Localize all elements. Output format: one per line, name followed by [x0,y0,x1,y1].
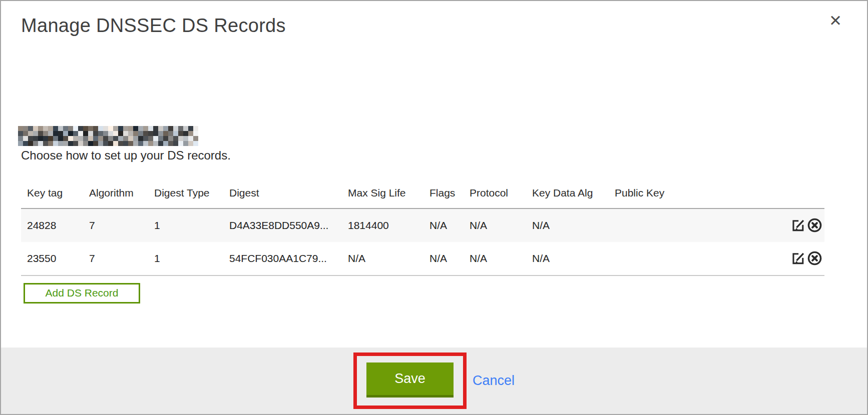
cancel-link[interactable]: Cancel [473,373,515,388]
annotation-highlight-box: Save [353,352,467,409]
cell-digest-type: 1 [148,208,223,242]
cell-public-key [609,242,781,276]
table-row: 23550 7 1 54FCF030AA1C79... N/A N/A N/A … [21,242,824,276]
edit-icon [790,227,806,234]
column-header-max-sig-life: Max Sig Life [342,163,423,208]
cell-digest-type: 1 [148,242,223,276]
add-ds-record-button[interactable]: Add DS Record [24,283,140,304]
cell-actions [781,242,824,276]
cell-protocol: N/A [464,208,526,242]
add-ds-record-label: Add DS Record [46,287,119,299]
delete-record-button[interactable] [807,250,822,266]
cell-public-key [609,208,781,242]
manage-dnssec-ds-records-dialog: Manage DNSSEC DS Records ✕ Choose how to… [0,0,868,415]
cell-max-sig-life: 1814400 [342,208,423,242]
column-header-digest: Digest [223,163,342,208]
edit-icon [790,260,806,268]
cell-digest: D4A33E8DD550A9... [223,208,342,242]
column-header-key-tag: Key tag [21,163,83,208]
cell-algorithm: 7 [83,242,148,276]
ds-records-table: Key tag Algorithm Digest Type Digest Max… [21,163,824,276]
column-header-actions [781,163,824,208]
redacted-domain [18,126,198,146]
save-button[interactable]: Save [366,362,454,398]
delete-icon [807,227,822,234]
page-title: Manage DNSSEC DS Records [1,1,867,37]
footer-bar: Save Cancel [1,348,867,414]
table-row: 24828 7 1 D4A33E8DD550A9... 1814400 N/A … [21,208,824,242]
delete-icon [807,260,822,268]
column-header-public-key: Public Key [609,163,781,208]
column-header-digest-type: Digest Type [148,163,223,208]
cell-algorithm: 7 [83,208,148,242]
table-header-row: Key tag Algorithm Digest Type Digest Max… [21,163,824,208]
column-header-key-data-alg: Key Data Alg [526,163,609,208]
edit-record-button[interactable] [790,250,806,266]
edit-record-button[interactable] [790,218,806,233]
dialog-content: Choose how to set up your DS records. Ke… [1,126,867,304]
cell-protocol: N/A [464,242,526,276]
cell-flags: N/A [423,242,464,276]
cell-max-sig-life: N/A [342,242,423,276]
column-header-algorithm: Algorithm [83,163,148,208]
delete-record-button[interactable] [807,218,822,233]
cell-key-data-alg: N/A [526,242,609,276]
column-header-flags: Flags [423,163,464,208]
cell-key-tag: 23550 [21,242,83,276]
cell-key-data-alg: N/A [526,208,609,242]
intro-text: Choose how to set up your DS records. [21,148,847,163]
column-header-protocol: Protocol [464,163,526,208]
cell-key-tag: 24828 [21,208,83,242]
close-icon: ✕ [829,12,842,30]
close-button[interactable]: ✕ [829,13,842,28]
cell-actions [781,208,824,242]
cell-digest: 54FCF030AA1C79... [223,242,342,276]
cell-flags: N/A [423,208,464,242]
